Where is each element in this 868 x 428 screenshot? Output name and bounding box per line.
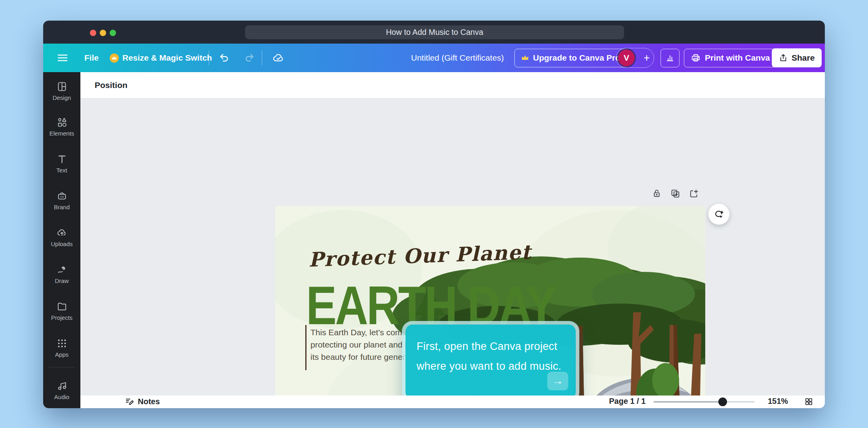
tutorial-text: First, open the Canva project where you … bbox=[417, 340, 562, 372]
sidebar-item-uploads[interactable]: Uploads bbox=[43, 227, 80, 247]
appbar-divider bbox=[262, 50, 262, 65]
uploads-icon bbox=[57, 227, 67, 238]
grid-view-icon bbox=[804, 397, 813, 406]
minimize-window-button[interactable] bbox=[100, 30, 106, 36]
resize-magic-switch-button[interactable]: Resize & Magic Switch bbox=[110, 44, 212, 72]
pro-crown-icon bbox=[110, 54, 119, 63]
print-with-canva-button[interactable]: Print with Canva bbox=[684, 49, 777, 67]
add-member-button[interactable]: + bbox=[643, 53, 650, 63]
close-window-button[interactable] bbox=[90, 30, 96, 36]
avatar[interactable]: V bbox=[618, 50, 635, 66]
lock-icon[interactable] bbox=[652, 189, 662, 199]
svg-text:co: co bbox=[60, 195, 64, 199]
account-group: V + bbox=[616, 44, 654, 72]
redo-icon bbox=[244, 53, 255, 63]
hamburger-icon bbox=[57, 54, 68, 62]
grid-view-button[interactable] bbox=[804, 397, 813, 406]
redo-button[interactable] bbox=[244, 44, 255, 72]
upgrade-label: Upgrade to Canva Pro bbox=[533, 53, 621, 63]
sidebar-divider bbox=[49, 367, 75, 367]
sidebar-item-brand[interactable]: co Brand bbox=[43, 191, 80, 210]
undo-button[interactable] bbox=[219, 44, 229, 72]
arrow-right-icon: → bbox=[552, 375, 563, 387]
sidebar-item-projects[interactable]: Projects bbox=[43, 301, 80, 321]
add-page-icon[interactable] bbox=[689, 189, 699, 199]
avatar-pill: V + bbox=[616, 48, 654, 68]
sidebar-item-text[interactable]: Text bbox=[43, 154, 80, 174]
context-toolbar: Position bbox=[80, 72, 825, 98]
audio-icon bbox=[57, 380, 67, 391]
print-button-wrap: Print with Canva bbox=[684, 44, 777, 72]
page-actions bbox=[652, 189, 699, 199]
upgrade-button-wrap: Upgrade to Canva Pro bbox=[514, 44, 627, 72]
sidebar: Design Elements Text co Brand bbox=[43, 72, 80, 408]
browser-title-pill: How to Add Music to Canva bbox=[245, 25, 624, 39]
window-title: How to Add Music to Canva bbox=[386, 28, 483, 37]
insights-button[interactable] bbox=[661, 49, 680, 67]
canva-appbar: File Resize & Magic Switch bbox=[43, 44, 825, 72]
zoom-window-button[interactable] bbox=[110, 30, 116, 36]
notes-button[interactable]: Notes bbox=[125, 397, 160, 406]
draw-icon bbox=[57, 264, 67, 275]
file-menu-label: File bbox=[84, 53, 99, 63]
insights-button-wrap bbox=[661, 44, 680, 72]
main-menu-button[interactable] bbox=[57, 44, 68, 72]
sidebar-item-design[interactable]: Design bbox=[43, 81, 80, 101]
document-title[interactable]: Untitled (Gift Certificates) bbox=[411, 44, 504, 72]
cloud-check-icon bbox=[272, 52, 284, 64]
upgrade-to-pro-button[interactable]: Upgrade to Canva Pro bbox=[514, 49, 627, 67]
zoom-percent[interactable]: 151% bbox=[768, 397, 788, 406]
resize-magic-switch-label: Resize & Magic Switch bbox=[122, 53, 212, 63]
page-indicator: Page 1 / 1 bbox=[609, 397, 645, 406]
apps-icon bbox=[57, 338, 67, 349]
notes-icon bbox=[125, 397, 134, 406]
undo-icon bbox=[219, 53, 229, 63]
sidebar-item-audio[interactable]: Audio bbox=[43, 380, 80, 400]
duplicate-page-icon[interactable] bbox=[670, 189, 680, 199]
appbar-divider bbox=[209, 50, 209, 65]
brand-icon: co bbox=[57, 191, 67, 201]
print-label: Print with Canva bbox=[705, 53, 770, 63]
design-icon bbox=[57, 81, 67, 92]
crown-icon bbox=[521, 55, 529, 61]
zoom-slider-knob[interactable] bbox=[718, 397, 727, 406]
share-button-wrap: Share bbox=[772, 44, 822, 72]
projects-icon bbox=[57, 301, 67, 312]
window-titlebar: How to Add Music to Canva bbox=[43, 21, 825, 44]
zoom-slider[interactable] bbox=[653, 401, 755, 403]
elements-icon bbox=[57, 117, 67, 128]
save-status-button[interactable] bbox=[272, 44, 284, 72]
sidebar-item-apps[interactable]: Apps bbox=[43, 338, 80, 358]
share-icon bbox=[779, 54, 788, 62]
position-button[interactable]: Position bbox=[95, 80, 128, 90]
share-button[interactable]: Share bbox=[772, 48, 822, 67]
text-icon bbox=[57, 154, 67, 164]
tutorial-next-button[interactable]: → bbox=[547, 372, 568, 390]
share-label: Share bbox=[792, 53, 815, 63]
tutorial-tooltip: First, open the Canva project where you … bbox=[402, 321, 579, 403]
status-footer: Notes Page 1 / 1 151% bbox=[80, 396, 825, 408]
sidebar-item-elements[interactable]: Elements bbox=[43, 117, 80, 137]
bar-chart-icon bbox=[666, 54, 674, 62]
file-menu-button[interactable]: File bbox=[84, 44, 99, 72]
notes-label: Notes bbox=[138, 397, 160, 406]
sidebar-item-draw[interactable]: Draw bbox=[43, 264, 80, 284]
add-comment-button[interactable] bbox=[708, 204, 729, 225]
comment-plus-icon bbox=[714, 209, 724, 220]
canvas-workspace[interactable]: Protect Our Planet EARTH DAY This Earth … bbox=[80, 98, 825, 396]
canva-app-window: How to Add Music to Canva File Resize & … bbox=[43, 21, 825, 408]
printer-icon bbox=[691, 53, 701, 63]
